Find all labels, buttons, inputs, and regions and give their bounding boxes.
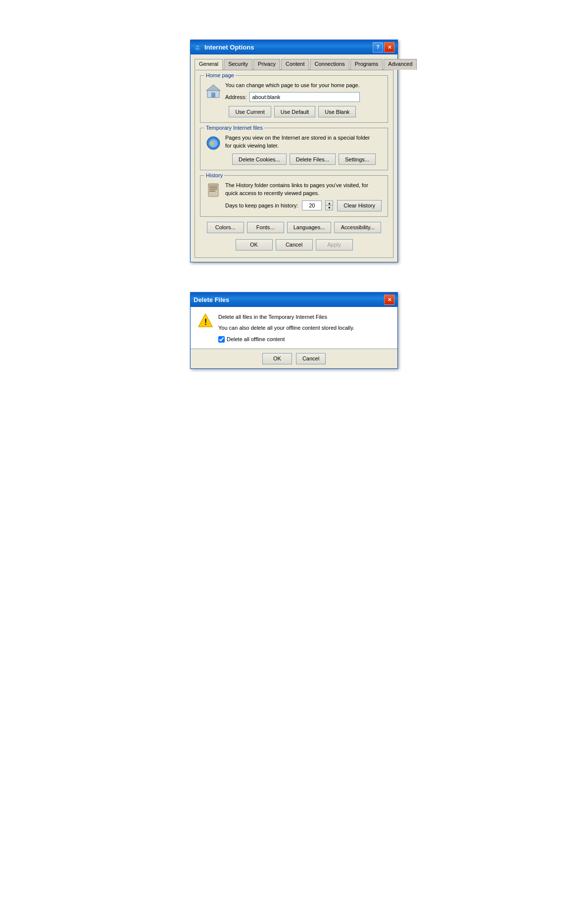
history-title: History [204,172,224,178]
dialog-icon [194,44,201,51]
delete-files-button[interactable]: Delete Files... [290,153,336,165]
clear-history-button[interactable]: Clear History [337,200,382,211]
title-bar: Internet Options ? ✕ [191,40,397,54]
home-page-description: You can change which page to use for you… [225,82,360,89]
svg-marker-5 [206,85,220,91]
colors-button[interactable]: Colors... [207,222,244,233]
settings-button[interactable]: Settings... [339,153,376,165]
delete-footer: OK Cancel [191,349,397,368]
svg-rect-13 [209,191,215,192]
cancel-button[interactable]: Cancel [276,239,313,251]
apply-button[interactable]: Apply [316,239,353,251]
delete-close-button[interactable]: ✕ [384,295,394,305]
help-button[interactable]: ? [373,42,383,52]
warning-icon: ! [197,313,213,329]
address-input[interactable] [249,92,359,102]
tab-connections[interactable]: Connections [310,59,349,70]
tab-advanced[interactable]: Advanced [384,59,417,70]
address-label: Address: [225,94,246,100]
temp-files-title: Temporary Internet files [204,125,264,131]
tab-general-content: Home page You can change which page to u… [195,70,393,258]
ok-button[interactable]: OK [236,239,273,251]
tab-content[interactable]: Content [281,59,309,70]
history-icon [205,183,221,199]
delete-title-bar: Delete Files ✕ [191,293,397,307]
fonts-button[interactable]: Fonts... [247,222,284,233]
svg-rect-6 [211,93,215,98]
delete-cancel-button[interactable]: Cancel [296,353,326,364]
history-description: The History folder contains links to pag… [225,182,383,197]
days-label: Days to keep pages in history: [225,202,298,208]
home-page-section: Home page You can change which page to u… [200,75,388,123]
delete-dialog-title: Delete Files [194,296,229,303]
days-input[interactable] [302,201,322,210]
tab-general[interactable]: General [195,59,223,70]
home-icon [205,83,221,99]
delete-title-controls: ✕ [384,295,394,305]
dialog-title: Internet Options [204,44,254,51]
temp-files-icon: e [205,135,221,151]
close-button[interactable]: ✕ [384,42,394,52]
use-current-button[interactable]: Use Current [229,106,271,117]
bottom-buttons: Colors... Fonts... Languages... Accessib… [200,222,388,233]
spinner-down[interactable]: ▼ [326,206,333,210]
delete-body: ! Delete all files in the Temporary Inte… [191,307,397,349]
tab-security[interactable]: Security [224,59,252,70]
use-default-button[interactable]: Use Default [274,106,315,117]
delete-offline-label: Delete all offline content [227,336,285,342]
spinner-up[interactable]: ▲ [326,201,333,205]
svg-text:e: e [210,139,214,147]
footer-buttons: OK Cancel Apply [200,239,388,252]
temp-files-section: Temporary Internet files e Pages you vie… [200,128,388,170]
svg-rect-14 [208,184,218,186]
delete-line2: You can also delete all your offline con… [218,324,354,332]
delete-cookies-button[interactable]: Delete Cookies... [232,153,287,165]
internet-options-dialog: Internet Options ? ✕ General Security Pr… [190,40,398,262]
delete-line1: Delete all files in the Temporary Intern… [218,313,354,321]
delete-offline-checkbox[interactable] [218,336,225,343]
delete-checkbox-row: Delete all offline content [218,336,354,343]
delete-ok-button[interactable]: OK [262,353,292,364]
tab-privacy[interactable]: Privacy [253,59,280,70]
delete-files-dialog: Delete Files ✕ ! Delete all files in the… [190,292,398,369]
accessibility-button[interactable]: Accessibility... [334,222,381,233]
languages-button[interactable]: Languages... [287,222,332,233]
title-bar-controls: ? ✕ [373,42,394,52]
svg-text:!: ! [204,318,207,326]
svg-rect-11 [209,187,217,188]
tab-programs[interactable]: Programs [350,59,383,70]
history-section: History The History folder contains link… [200,175,388,217]
use-blank-button[interactable]: Use Blank [318,106,356,117]
home-page-title: Home page [204,72,236,78]
temp-files-description: Pages you view on the Internet are store… [225,134,383,150]
svg-rect-12 [209,189,217,190]
tab-bar: General Security Privacy Content Connect… [195,58,393,70]
days-spinner[interactable]: ▲ ▼ [325,201,333,210]
